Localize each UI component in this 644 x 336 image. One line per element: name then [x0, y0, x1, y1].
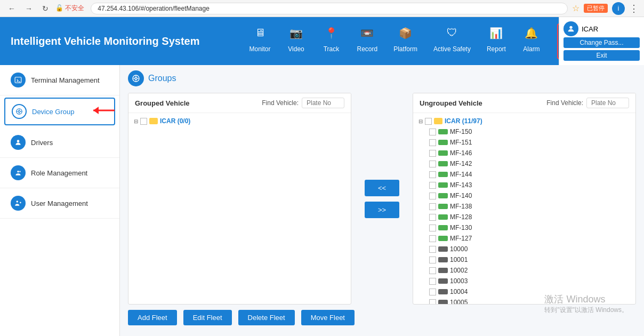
back-button[interactable]: ← — [5, 3, 18, 14]
transfer-right-button[interactable]: >> — [365, 202, 399, 218]
refresh-button[interactable]: ↻ — [39, 3, 51, 14]
svg-point-12 — [17, 171, 19, 173]
exit-button[interactable]: Exit — [564, 50, 640, 61]
vehicle-checkbox[interactable] — [429, 182, 436, 189]
more-icon[interactable]: ⋮ — [629, 3, 639, 14]
root-checkbox[interactable] — [140, 118, 147, 125]
sidebar-device-group-label: Device Group — [32, 108, 74, 116]
vehicle-checkbox[interactable] — [429, 171, 436, 178]
vehicle-label: 10000 — [450, 245, 468, 253]
sidebar-item-drivers[interactable]: Drivers — [0, 127, 119, 158]
vehicle-checkbox[interactable] — [429, 139, 436, 146]
status-dot — [438, 214, 448, 220]
list-item[interactable]: 10002 — [418, 265, 630, 276]
expand-icon[interactable]: ⊟ — [134, 118, 138, 124]
vehicle-checkbox[interactable] — [429, 225, 436, 231]
nav-monitor-label: Monitor — [249, 45, 271, 53]
ungrouped-panel-title: Ungrouped Vehicle — [420, 99, 482, 107]
status-dot — [438, 289, 448, 294]
url-bar[interactable]: 47.254.43.106/#/operation/fleetManage — [91, 3, 568, 14]
list-item[interactable]: MF-150 — [418, 126, 630, 137]
vehicle-checkbox[interactable] — [429, 235, 436, 242]
list-item[interactable]: MF-144 — [418, 169, 630, 180]
status-dot — [438, 204, 448, 209]
bottom-actions: Add Fleet Edit Fleet Delete Fleet Move F… — [128, 305, 636, 331]
status-dot — [438, 150, 448, 156]
status-dot — [438, 140, 448, 145]
list-item[interactable]: 10003 — [418, 276, 630, 286]
change-pass-button[interactable]: Change Pass... — [564, 37, 640, 48]
status-dot — [438, 257, 448, 262]
nav-track-label: Track — [324, 45, 340, 53]
sidebar-item-user[interactable]: User Management — [0, 188, 119, 219]
status-dot — [438, 236, 448, 241]
list-item[interactable]: MF-151 — [418, 137, 630, 148]
list-item[interactable]: MF-127 — [418, 233, 630, 244]
vehicle-checkbox[interactable] — [429, 203, 436, 210]
nav-record[interactable]: 📼 Record — [357, 23, 378, 59]
list-item[interactable]: 10005 — [418, 297, 630, 304]
list-item[interactable]: 10001 — [418, 254, 630, 265]
nav-alarm[interactable]: 🔔 Alarm — [522, 23, 541, 59]
ungrouped-root-label: ICAR (11/97) — [445, 117, 482, 125]
vehicle-checkbox[interactable] — [429, 246, 436, 253]
list-item[interactable]: MF-146 — [418, 148, 630, 158]
security-warning: 🔓 不安全 — [55, 4, 84, 13]
vehicle-checkbox[interactable] — [429, 299, 436, 305]
sidebar-drivers-label: Drivers — [31, 139, 53, 147]
vehicle-label: MF-144 — [450, 171, 472, 178]
vehicle-label: MF-143 — [450, 181, 472, 189]
svg-point-13 — [19, 171, 20, 172]
vehicle-checkbox[interactable] — [429, 289, 436, 295]
grouped-tree-root[interactable]: ⊟ ICAR (0/0) — [134, 116, 345, 126]
vehicle-checkbox[interactable] — [429, 257, 436, 263]
sidebar-item-device-group[interactable]: Device Group — [4, 98, 115, 125]
grouped-find-input[interactable] — [302, 98, 344, 108]
nav-video[interactable]: 📷 Video — [287, 23, 306, 59]
nav-platform[interactable]: 📦 Platform — [393, 23, 417, 59]
list-item[interactable]: MF-138 — [418, 201, 630, 212]
vehicle-checkbox[interactable] — [429, 267, 436, 274]
list-item[interactable]: MF-143 — [418, 180, 630, 190]
vehicle-checkbox[interactable] — [429, 161, 436, 167]
ungrouped-find-vehicle: Find Vehicle: — [546, 98, 629, 108]
vehicle-checkbox[interactable] — [429, 214, 436, 221]
list-item[interactable]: 10004 — [418, 286, 630, 297]
ungrouped-expand-icon[interactable]: ⊟ — [418, 118, 423, 124]
move-fleet-button[interactable]: Move Fleet — [301, 310, 355, 325]
transfer-left-button[interactable]: << — [365, 180, 399, 196]
vehicle-checkbox[interactable] — [429, 278, 436, 285]
nav-record-label: Record — [357, 45, 378, 53]
page-title: Groups — [148, 74, 176, 83]
nav-report[interactable]: 📊 Report — [487, 23, 506, 59]
grouped-root-label: ICAR (0/0) — [160, 117, 190, 125]
nav-active-safety-label: Active Safety — [433, 45, 471, 53]
list-item[interactable]: 10000 — [418, 244, 630, 254]
delete-fleet-button[interactable]: Delete Fleet — [238, 310, 295, 325]
list-item[interactable]: MF-128 — [418, 212, 630, 222]
vehicle-list: MF-150 MF-151 MF-146 MF-142 MF-144 MF-14… — [418, 126, 630, 304]
nav-monitor[interactable]: 🖥 Monitor — [249, 23, 271, 59]
device-group-icon — [12, 104, 27, 119]
vehicle-checkbox[interactable] — [429, 150, 436, 157]
vehicle-checkbox[interactable] — [429, 193, 436, 199]
add-fleet-button[interactable]: Add Fleet — [128, 310, 177, 325]
list-item[interactable]: MF-142 — [418, 158, 630, 169]
sidebar-item-role[interactable]: Role Management — [0, 158, 119, 188]
sidebar-item-terminal[interactable]: Terminal Management — [0, 65, 119, 95]
forward-button[interactable]: → — [22, 3, 35, 14]
status-dot — [438, 172, 448, 177]
ungrouped-find-input[interactable] — [586, 98, 629, 108]
status-dot — [438, 225, 448, 230]
nav-track[interactable]: 📍 Track — [322, 23, 341, 59]
list-item[interactable]: MF-130 — [418, 222, 630, 233]
ungrouped-tree-root[interactable]: ⊟ ICAR (11/97) — [418, 116, 630, 126]
star-icon[interactable]: ☆ — [572, 3, 579, 13]
list-item[interactable]: MF-140 — [418, 190, 630, 201]
edit-fleet-button[interactable]: Edit Fleet — [183, 310, 232, 325]
svg-point-18 — [135, 77, 137, 79]
ungrouped-root-checkbox[interactable] — [425, 118, 432, 125]
vehicle-checkbox[interactable] — [429, 129, 436, 135]
nav-active-safety[interactable]: 🛡 Active Safety — [433, 23, 471, 59]
status-dot — [438, 278, 448, 284]
